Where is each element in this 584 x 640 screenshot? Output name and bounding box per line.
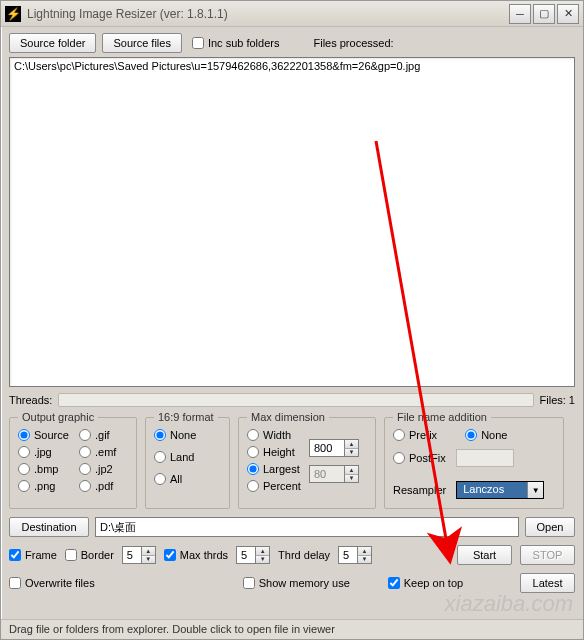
thread-delay-spinner[interactable]: ▲▼ xyxy=(338,546,372,564)
start-button[interactable]: Start xyxy=(457,545,512,565)
maxdim-percent-radio[interactable] xyxy=(247,480,259,492)
output-graphic-legend: Output graphic xyxy=(18,411,98,423)
destination-input[interactable] xyxy=(95,517,519,537)
files-processed-label: Files processed: xyxy=(313,37,393,49)
progress-bar xyxy=(58,393,533,407)
overwrite-checkbox[interactable] xyxy=(9,577,21,589)
resampler-select[interactable]: Lanczos ▼ xyxy=(456,481,544,499)
max-dimension-group: Max dimension Width Height Largest Perce… xyxy=(238,411,376,509)
max-threads-input[interactable] xyxy=(237,547,255,563)
output-jp2-radio[interactable] xyxy=(79,463,91,475)
resampler-label: Resampler xyxy=(393,484,446,496)
status-bar: Drag file or folders from explorer. Doub… xyxy=(1,619,583,639)
list-item[interactable]: C:\Users\pc\Pictures\Saved Pictures\u=15… xyxy=(14,60,570,72)
output-bmp-radio[interactable] xyxy=(18,463,30,475)
frame-spinner[interactable]: ▲▼ xyxy=(122,546,156,564)
size-spinner-2[interactable]: ▲▼ xyxy=(309,465,359,483)
ratio-group: 16:9 format None Land All xyxy=(145,411,230,509)
stop-button[interactable]: STOP xyxy=(520,545,575,565)
max-threads-spinner[interactable]: ▲▼ xyxy=(236,546,270,564)
output-emf-radio[interactable] xyxy=(79,446,91,458)
thread-delay-label: Thrd delay xyxy=(278,549,330,561)
inc-sub-folders-checkbox[interactable] xyxy=(192,37,204,49)
inc-sub-folders-label: Inc sub folders xyxy=(208,37,280,49)
ratio-land-radio[interactable] xyxy=(154,451,166,463)
source-folder-button[interactable]: Source folder xyxy=(9,33,96,53)
maxdim-height-radio[interactable] xyxy=(247,446,259,458)
open-button[interactable]: Open xyxy=(525,517,575,537)
postfix-radio[interactable] xyxy=(393,452,405,464)
size-input-1[interactable] xyxy=(310,440,344,456)
output-pdf-radio[interactable] xyxy=(79,480,91,492)
output-graphic-group: Output graphic Source .gif .jpg .emf .bm… xyxy=(9,411,137,509)
titlebar: ⚡ Lightning Image Resizer (ver: 1.8.1.1)… xyxy=(1,1,583,27)
close-button[interactable]: ✕ xyxy=(557,4,579,24)
output-jpg-radio[interactable] xyxy=(18,446,30,458)
spin-down-icon[interactable]: ▼ xyxy=(344,475,358,483)
chevron-down-icon[interactable]: ▼ xyxy=(527,482,543,498)
resampler-value: Lanczos xyxy=(457,482,527,498)
ratio-all-radio[interactable] xyxy=(154,473,166,485)
prefix-radio[interactable] xyxy=(393,429,405,441)
files-count: Files: 1 xyxy=(540,394,575,406)
maxdim-width-radio[interactable] xyxy=(247,429,259,441)
output-gif-radio[interactable] xyxy=(79,429,91,441)
file-list[interactable]: C:\Users\pc\Pictures\Saved Pictures\u=15… xyxy=(9,57,575,387)
thread-delay-input[interactable] xyxy=(339,547,357,563)
maxdim-largest-radio[interactable] xyxy=(247,463,259,475)
max-threads-checkbox[interactable] xyxy=(164,549,176,561)
latest-button[interactable]: Latest xyxy=(520,573,575,593)
filename-addition-group: File name addition Prefix None PostFix R… xyxy=(384,411,564,509)
border-checkbox[interactable] xyxy=(65,549,77,561)
spin-down-icon[interactable]: ▼ xyxy=(344,449,358,457)
maximize-button[interactable]: ▢ xyxy=(533,4,555,24)
output-png-radio[interactable] xyxy=(18,480,30,492)
window-title: Lightning Image Resizer (ver: 1.8.1.1) xyxy=(27,7,228,21)
fname-text-input[interactable] xyxy=(456,449,514,467)
app-icon: ⚡ xyxy=(5,6,21,22)
max-dimension-legend: Max dimension xyxy=(247,411,329,423)
spin-up-icon[interactable]: ▲ xyxy=(344,466,358,475)
size-input-2[interactable] xyxy=(310,466,344,482)
fname-none-radio[interactable] xyxy=(465,429,477,441)
frame-value-input[interactable] xyxy=(123,547,141,563)
spin-up-icon[interactable]: ▲ xyxy=(344,440,358,449)
source-files-button[interactable]: Source files xyxy=(102,33,181,53)
keep-on-top-checkbox[interactable] xyxy=(388,577,400,589)
frame-checkbox[interactable] xyxy=(9,549,21,561)
destination-button[interactable]: Destination xyxy=(9,517,89,537)
size-spinner-1[interactable]: ▲▼ xyxy=(309,439,359,457)
filename-addition-legend: File name addition xyxy=(393,411,491,423)
status-text: Drag file or folders from explorer. Doub… xyxy=(9,623,335,635)
threads-label: Threads: xyxy=(9,394,52,406)
output-source-radio[interactable] xyxy=(18,429,30,441)
minimize-button[interactable]: ─ xyxy=(509,4,531,24)
ratio-none-radio[interactable] xyxy=(154,429,166,441)
ratio-legend: 16:9 format xyxy=(154,411,218,423)
show-memory-checkbox[interactable] xyxy=(243,577,255,589)
